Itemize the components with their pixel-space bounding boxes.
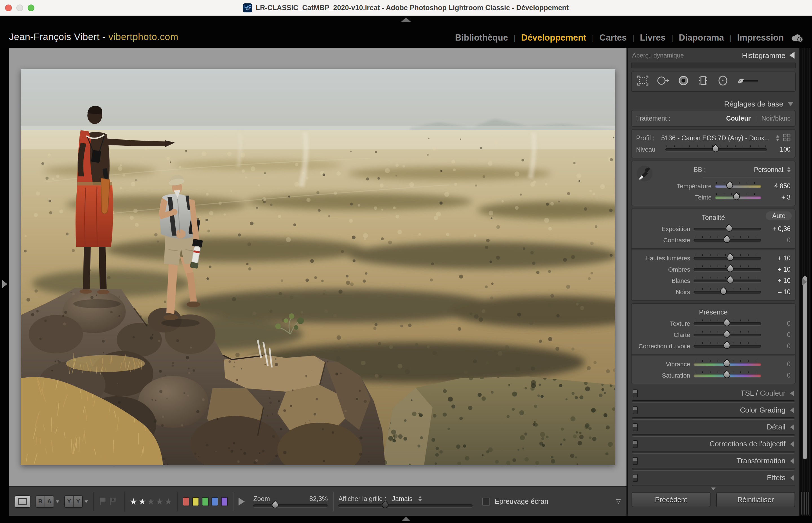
treatment-couleur[interactable]: Couleur: [726, 115, 751, 122]
collapse-histogram-icon[interactable]: [790, 52, 795, 59]
profile-browser-grid-icon[interactable]: [783, 133, 791, 143]
panel-toggle-switch[interactable]: [633, 423, 638, 431]
amount-slider[interactable]: [665, 148, 767, 151]
spot-removal-icon[interactable]: [656, 75, 670, 89]
slider-value[interactable]: 0: [765, 237, 791, 244]
reset-button[interactable]: Réinitialiser: [716, 492, 795, 507]
profile-value[interactable]: 5136 - Canon EOS 7D (Any) - Doux...: [661, 135, 773, 142]
slider-track[interactable]: [693, 290, 761, 293]
star-1[interactable]: ★: [130, 497, 137, 506]
photo-canvas[interactable]: [21, 69, 615, 465]
play-slideshow-icon[interactable]: [239, 497, 245, 505]
previous-button[interactable]: Précédent: [632, 492, 710, 507]
color-label-chip[interactable]: [183, 497, 190, 506]
left-panel-collapsed-strip[interactable]: [0, 48, 9, 516]
panel-expander-icon[interactable]: [790, 390, 794, 396]
radial-filter-icon[interactable]: [717, 75, 729, 89]
star-5[interactable]: ★: [165, 497, 172, 506]
slider-track[interactable]: [693, 228, 761, 230]
slider-track[interactable]: [693, 279, 761, 282]
slider-track[interactable]: [693, 374, 761, 377]
slider-track[interactable]: [693, 345, 761, 347]
slider-value[interactable]: + 10: [765, 255, 791, 262]
module-cartes[interactable]: Cartes: [599, 33, 627, 43]
show-filmstrip-arrow-icon[interactable]: [402, 517, 410, 521]
fullscreen-button[interactable]: [28, 4, 34, 11]
star-3[interactable]: ★: [147, 497, 155, 506]
loupe-view-button[interactable]: [15, 495, 31, 507]
chevron-down-icon[interactable]: [56, 500, 59, 502]
treatment-noir-blanc[interactable]: Noir/blanc: [761, 115, 791, 122]
hide-top-panel-arrow-icon[interactable]: [401, 17, 411, 22]
grid-value[interactable]: Jamais: [392, 495, 412, 502]
stepper-arrows-icon[interactable]: [418, 496, 422, 502]
color-label-chip[interactable]: [193, 497, 199, 506]
slider-track[interactable]: [693, 268, 761, 271]
color-label-chip[interactable]: [212, 497, 218, 506]
panel-color-grading[interactable]: Color Grading: [630, 403, 797, 416]
panel-toggle-switch[interactable]: [633, 457, 638, 465]
panel-expander-icon[interactable]: [790, 458, 794, 464]
slider-track[interactable]: [693, 333, 761, 336]
slider-knob[interactable]: [724, 223, 734, 233]
wb-value[interactable]: Personnal.: [754, 166, 785, 173]
hide-right-panel-arrow-icon[interactable]: [802, 278, 807, 286]
wb-stepper-icon[interactable]: [787, 167, 791, 173]
chevron-down-icon[interactable]: [85, 500, 88, 502]
slider-track[interactable]: [715, 184, 761, 187]
panel-expander-icon[interactable]: [790, 475, 794, 481]
resize-grip[interactable]: [800, 492, 810, 515]
panel-detail[interactable]: Détail: [630, 420, 797, 433]
adjustment-brush-icon[interactable]: [737, 75, 759, 89]
slider-value[interactable]: 0: [765, 372, 791, 379]
color-labels[interactable]: [183, 497, 228, 506]
module-bibliotheque[interactable]: Bibliothèque: [455, 33, 508, 43]
slider-value[interactable]: + 3: [765, 194, 791, 201]
soft-proof-checkbox[interactable]: [482, 497, 490, 505]
panel-expander-icon[interactable]: [790, 424, 794, 430]
basic-panel-header[interactable]: Réglages de base: [630, 97, 797, 110]
slider-value[interactable]: 0: [765, 320, 791, 327]
slider-value[interactable]: – 10: [765, 289, 791, 295]
masking-gradient-icon[interactable]: [697, 75, 709, 89]
star-rating[interactable]: ★★★★★: [130, 497, 172, 506]
slider-track[interactable]: [715, 196, 761, 199]
zoom-slider[interactable]: [253, 504, 328, 507]
profile-stepper-icon[interactable]: [776, 135, 779, 141]
slider-value[interactable]: 4 850: [765, 183, 791, 190]
star-4[interactable]: ★: [156, 497, 163, 506]
identity-site-link[interactable]: vibertphoto.com: [108, 32, 178, 42]
close-button[interactable]: [5, 4, 12, 11]
toolbar-options-icon[interactable]: ▽: [616, 498, 621, 505]
panel-transformation[interactable]: Transformation: [630, 454, 797, 467]
slider-value[interactable]: + 0,36: [765, 226, 791, 232]
panel-tsl-couleur[interactable]: TSL / Couleur: [630, 386, 797, 400]
histogram-panel-title[interactable]: Histogramme: [742, 51, 785, 59]
panel-toggle-switch[interactable]: [633, 406, 638, 414]
color-label-chip[interactable]: [221, 497, 228, 506]
slider-track[interactable]: [693, 239, 761, 241]
grid-slider[interactable]: [339, 504, 473, 507]
sync-status-cloud-icon[interactable]: !: [791, 33, 804, 43]
module-livres[interactable]: Livres: [640, 33, 665, 43]
slider-value[interactable]: 0: [765, 343, 791, 349]
show-left-panel-arrow-icon[interactable]: [2, 280, 7, 288]
amount-value[interactable]: 100: [770, 146, 791, 153]
white-balance-eyedropper-icon[interactable]: [636, 174, 653, 184]
panel-toggle-switch[interactable]: [633, 389, 638, 397]
slider-value[interactable]: 0: [765, 361, 791, 367]
slider-value[interactable]: 0: [765, 331, 791, 338]
slider-value[interactable]: + 10: [765, 277, 791, 284]
panel-expander-icon[interactable]: [788, 102, 793, 106]
panel-effets[interactable]: Effets: [630, 471, 797, 484]
flag-pick-reject-icons[interactable]: [99, 497, 119, 506]
slider-track[interactable]: [693, 322, 761, 325]
slider-track[interactable]: [693, 257, 761, 259]
panel-scrollbar[interactable]: [803, 276, 807, 459]
panel-expander-icon[interactable]: [790, 407, 794, 413]
panel-corrections-de-l-objectif[interactable]: Corrections de l'objectif: [630, 437, 797, 450]
module-diaporama[interactable]: Diaporama: [679, 33, 724, 43]
before-after-lr-button[interactable]: RA: [36, 495, 59, 507]
before-after-tb-button[interactable]: YY: [64, 495, 88, 507]
color-label-chip[interactable]: [202, 497, 209, 506]
